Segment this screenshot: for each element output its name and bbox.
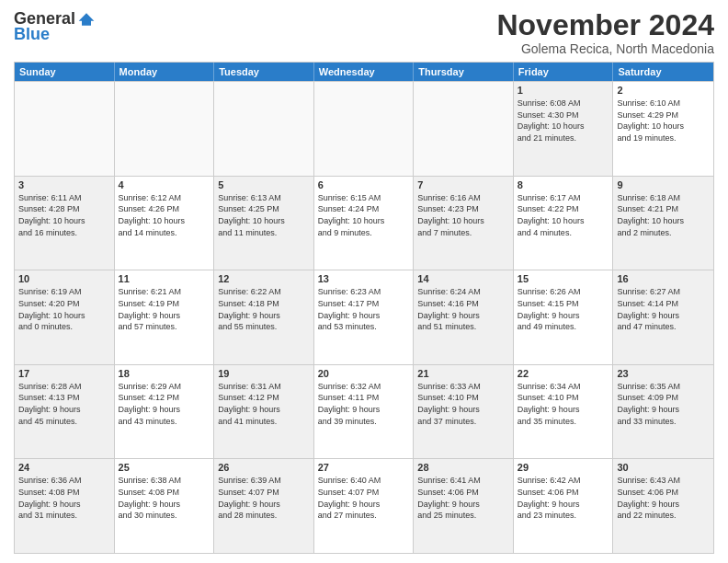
calendar-cell-r4c5: 29Sunrise: 6:42 AM Sunset: 4:06 PM Dayli…: [514, 459, 614, 553]
calendar-cell-r3c4: 21Sunrise: 6:33 AM Sunset: 4:10 PM Dayli…: [414, 365, 514, 459]
day-number: 7: [417, 179, 509, 190]
day-number: 5: [218, 179, 310, 190]
day-number: 16: [617, 273, 710, 284]
day-info: Sunrise: 6:17 AM Sunset: 4:22 PM Dayligh…: [518, 192, 609, 238]
day-info: Sunrise: 6:40 AM Sunset: 4:07 PM Dayligh…: [318, 475, 410, 521]
day-info: Sunrise: 6:33 AM Sunset: 4:10 PM Dayligh…: [417, 381, 509, 427]
calendar-cell-r3c2: 19Sunrise: 6:31 AM Sunset: 4:12 PM Dayli…: [214, 365, 314, 459]
calendar-cell-r0c3: [314, 82, 415, 176]
day-number: 9: [617, 179, 710, 190]
page: General Blue November 2024 Golema Recica…: [0, 0, 728, 563]
calendar-cell-r0c6: 2Sunrise: 6:10 AM Sunset: 4:29 PM Daylig…: [613, 82, 713, 176]
calendar-cell-r3c0: 17Sunrise: 6:28 AM Sunset: 4:13 PM Dayli…: [15, 365, 115, 459]
day-number: 21: [417, 368, 509, 379]
day-number: 1: [518, 85, 609, 96]
calendar-cell-r4c3: 27Sunrise: 6:40 AM Sunset: 4:07 PM Dayli…: [314, 459, 415, 553]
calendar: SundayMondayTuesdayWednesdayThursdayFrid…: [14, 62, 714, 554]
day-number: 12: [218, 273, 310, 284]
calendar-cell-r2c4: 14Sunrise: 6:24 AM Sunset: 4:16 PM Dayli…: [414, 270, 514, 364]
day-number: 14: [417, 273, 509, 284]
location: Golema Recica, North Macedonia: [496, 41, 714, 56]
header-day-thursday: Thursday: [414, 63, 514, 81]
day-info: Sunrise: 6:27 AM Sunset: 4:14 PM Dayligh…: [617, 286, 710, 332]
day-info: Sunrise: 6:12 AM Sunset: 4:26 PM Dayligh…: [119, 192, 210, 238]
header-day-tuesday: Tuesday: [214, 63, 314, 81]
day-number: 27: [318, 462, 410, 473]
calendar-row-0: 1Sunrise: 6:08 AM Sunset: 4:30 PM Daylig…: [15, 81, 713, 176]
calendar-header: SundayMondayTuesdayWednesdayThursdayFrid…: [15, 63, 713, 81]
day-number: 10: [18, 273, 110, 284]
day-info: Sunrise: 6:19 AM Sunset: 4:20 PM Dayligh…: [18, 286, 110, 332]
calendar-cell-r0c0: [15, 82, 115, 176]
day-number: 30: [617, 462, 710, 473]
day-number: 17: [18, 368, 110, 379]
day-number: 25: [119, 462, 210, 473]
day-number: 26: [218, 462, 310, 473]
logo-icon: [77, 10, 96, 29]
day-number: 23: [617, 368, 710, 379]
day-number: 19: [218, 368, 310, 379]
day-info: Sunrise: 6:13 AM Sunset: 4:25 PM Dayligh…: [218, 192, 310, 238]
day-info: Sunrise: 6:38 AM Sunset: 4:08 PM Dayligh…: [119, 475, 210, 521]
day-info: Sunrise: 6:41 AM Sunset: 4:06 PM Dayligh…: [417, 475, 509, 521]
calendar-cell-r1c1: 4Sunrise: 6:12 AM Sunset: 4:26 PM Daylig…: [115, 177, 215, 270]
day-info: Sunrise: 6:11 AM Sunset: 4:28 PM Dayligh…: [18, 192, 110, 238]
day-info: Sunrise: 6:39 AM Sunset: 4:07 PM Dayligh…: [218, 475, 310, 521]
day-info: Sunrise: 6:29 AM Sunset: 4:12 PM Dayligh…: [119, 381, 210, 427]
day-number: 4: [119, 179, 210, 190]
header: General Blue November 2024 Golema Recica…: [14, 9, 714, 56]
day-info: Sunrise: 6:10 AM Sunset: 4:29 PM Dayligh…: [617, 98, 710, 144]
day-info: Sunrise: 6:28 AM Sunset: 4:13 PM Dayligh…: [18, 381, 110, 427]
day-number: 11: [119, 273, 210, 284]
day-number: 15: [518, 273, 609, 284]
day-number: 2: [617, 85, 710, 96]
day-number: 22: [518, 368, 609, 379]
calendar-cell-r2c1: 11Sunrise: 6:21 AM Sunset: 4:19 PM Dayli…: [115, 270, 215, 364]
day-info: Sunrise: 6:24 AM Sunset: 4:16 PM Dayligh…: [417, 286, 509, 332]
calendar-cell-r2c3: 13Sunrise: 6:23 AM Sunset: 4:17 PM Dayli…: [314, 270, 415, 364]
day-info: Sunrise: 6:43 AM Sunset: 4:06 PM Dayligh…: [617, 475, 710, 521]
day-info: Sunrise: 6:15 AM Sunset: 4:24 PM Dayligh…: [318, 192, 410, 238]
day-info: Sunrise: 6:21 AM Sunset: 4:19 PM Dayligh…: [119, 286, 210, 332]
day-info: Sunrise: 6:31 AM Sunset: 4:12 PM Dayligh…: [218, 381, 310, 427]
day-number: 6: [318, 179, 410, 190]
day-info: Sunrise: 6:36 AM Sunset: 4:08 PM Dayligh…: [18, 475, 110, 521]
calendar-row-2: 10Sunrise: 6:19 AM Sunset: 4:20 PM Dayli…: [15, 270, 713, 364]
logo-blue: Blue: [14, 25, 50, 44]
logo: General Blue: [14, 9, 96, 44]
header-day-sunday: Sunday: [15, 63, 115, 81]
header-day-wednesday: Wednesday: [314, 63, 415, 81]
calendar-cell-r2c5: 15Sunrise: 6:26 AM Sunset: 4:15 PM Dayli…: [514, 270, 614, 364]
day-number: 29: [518, 462, 609, 473]
day-info: Sunrise: 6:23 AM Sunset: 4:17 PM Dayligh…: [318, 286, 410, 332]
day-number: 28: [417, 462, 509, 473]
day-info: Sunrise: 6:42 AM Sunset: 4:06 PM Dayligh…: [518, 475, 609, 521]
calendar-cell-r0c1: [115, 82, 215, 176]
day-number: 13: [318, 273, 410, 284]
header-day-monday: Monday: [115, 63, 215, 81]
calendar-cell-r4c6: 30Sunrise: 6:43 AM Sunset: 4:06 PM Dayli…: [613, 459, 713, 553]
calendar-cell-r1c4: 7Sunrise: 6:16 AM Sunset: 4:23 PM Daylig…: [414, 177, 514, 270]
calendar-row-3: 17Sunrise: 6:28 AM Sunset: 4:13 PM Dayli…: [15, 364, 713, 459]
calendar-cell-r4c1: 25Sunrise: 6:38 AM Sunset: 4:08 PM Dayli…: [115, 459, 215, 553]
calendar-cell-r3c1: 18Sunrise: 6:29 AM Sunset: 4:12 PM Dayli…: [115, 365, 215, 459]
day-info: Sunrise: 6:35 AM Sunset: 4:09 PM Dayligh…: [617, 381, 710, 427]
day-info: Sunrise: 6:22 AM Sunset: 4:18 PM Dayligh…: [218, 286, 310, 332]
calendar-cell-r1c2: 5Sunrise: 6:13 AM Sunset: 4:25 PM Daylig…: [214, 177, 314, 270]
calendar-cell-r2c0: 10Sunrise: 6:19 AM Sunset: 4:20 PM Dayli…: [15, 270, 115, 364]
day-info: Sunrise: 6:26 AM Sunset: 4:15 PM Dayligh…: [518, 286, 609, 332]
calendar-cell-r1c5: 8Sunrise: 6:17 AM Sunset: 4:22 PM Daylig…: [514, 177, 614, 270]
calendar-body: 1Sunrise: 6:08 AM Sunset: 4:30 PM Daylig…: [15, 81, 713, 553]
calendar-cell-r3c5: 22Sunrise: 6:34 AM Sunset: 4:10 PM Dayli…: [514, 365, 614, 459]
title-section: November 2024 Golema Recica, North Maced…: [496, 9, 714, 56]
day-info: Sunrise: 6:16 AM Sunset: 4:23 PM Dayligh…: [417, 192, 509, 238]
header-day-friday: Friday: [514, 63, 614, 81]
calendar-cell-r4c2: 26Sunrise: 6:39 AM Sunset: 4:07 PM Dayli…: [214, 459, 314, 553]
month-title: November 2024: [496, 9, 714, 41]
calendar-cell-r2c6: 16Sunrise: 6:27 AM Sunset: 4:14 PM Dayli…: [613, 270, 713, 364]
day-info: Sunrise: 6:08 AM Sunset: 4:30 PM Dayligh…: [518, 98, 609, 144]
header-day-saturday: Saturday: [613, 63, 713, 81]
calendar-cell-r3c6: 23Sunrise: 6:35 AM Sunset: 4:09 PM Dayli…: [613, 365, 713, 459]
calendar-row-1: 3Sunrise: 6:11 AM Sunset: 4:28 PM Daylig…: [15, 176, 713, 270]
day-number: 20: [318, 368, 410, 379]
